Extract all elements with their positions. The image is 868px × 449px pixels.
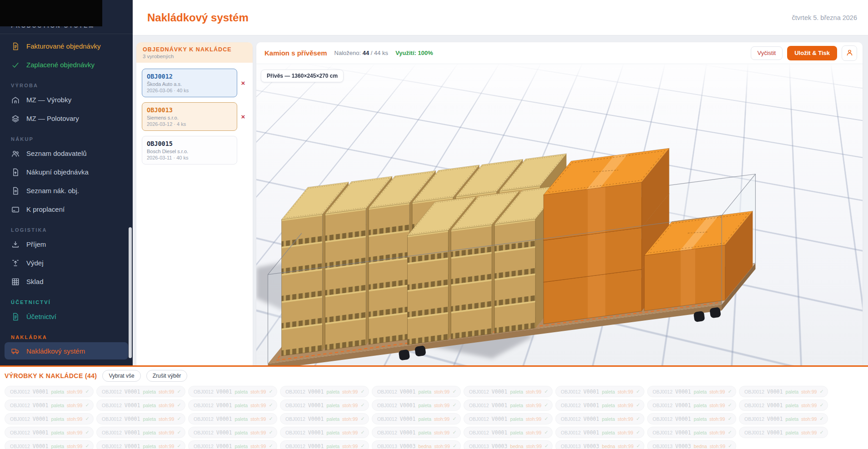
product-chip[interactable]: OBJ0012V0001paletastoh:99✓ — [647, 427, 736, 438]
remove-order-button[interactable]: × — [237, 79, 249, 87]
sidebar-item[interactable]: Nákupní objednávka — [0, 163, 133, 181]
chip-order: OBJ0012 — [194, 403, 214, 408]
product-chip[interactable]: OBJ0012V0001paletastoh:99✓ — [647, 399, 736, 411]
product-chip[interactable]: OBJ0012V0001paletastoh:99✓ — [372, 427, 461, 438]
products-bar: VÝROBKY K NAKLÁDCE (44) Vybrat vše Zruši… — [0, 365, 868, 449]
product-chip[interactable]: OBJ0013V0003bednastoh:99✓ — [372, 440, 461, 449]
product-chip[interactable]: OBJ0012V0001paletastoh:99✓ — [96, 440, 185, 449]
sidebar-item[interactable]: Sklad — [0, 272, 133, 291]
chip-code: V0003 — [400, 443, 416, 449]
product-chip[interactable]: OBJ0012V0001paletastoh:99✓ — [188, 427, 277, 438]
clear-selection-button[interactable]: Zrušit výběr — [146, 370, 188, 382]
product-chip[interactable]: OBJ0012V0001paletastoh:99✓ — [280, 427, 369, 438]
sidebar-item[interactable]: Fakturované objednávky — [0, 37, 133, 55]
product-chip[interactable]: OBJ0012V0001paletastoh:99✓ — [464, 399, 553, 411]
chip-code: V0001 — [308, 416, 324, 422]
order-card[interactable]: OBJ0012Škoda Auto a.s.2026-03-06 · 40 ks — [142, 69, 237, 97]
product-chip[interactable]: OBJ0012V0001paletastoh:99✓ — [188, 440, 277, 449]
sidebar-item[interactable]: Výdej — [0, 254, 133, 272]
chip-order: OBJ0013 — [469, 444, 489, 449]
chip-order: OBJ0012 — [10, 430, 30, 435]
product-chip[interactable]: OBJ0012V0001paletastoh:99✓ — [372, 386, 461, 397]
save-print-button[interactable]: Uložit & Tisk — [787, 46, 837, 60]
product-chip[interactable]: OBJ0012V0001paletastoh:99✓ — [739, 413, 828, 424]
product-chip[interactable]: OBJ0012V0001paletastoh:99✓ — [96, 399, 185, 411]
product-chip[interactable]: OBJ0012V0001paletastoh:99✓ — [5, 427, 94, 438]
product-chip[interactable]: OBJ0012V0001paletastoh:99✓ — [5, 440, 94, 449]
order-card[interactable]: OBJ0013Siemens s.r.o.2026-03-12 · 4 ks — [142, 102, 237, 131]
load-canvas-panel: Kamion s přívěsem Naloženo: 44 / 44 ks V… — [256, 42, 863, 365]
chip-check-icon: ✓ — [85, 389, 89, 394]
chip-stack: stoh:99 — [342, 403, 358, 408]
sidebar-item[interactable]: K proplacení — [0, 200, 133, 219]
product-chip[interactable]: OBJ0012V0001paletastoh:99✓ — [188, 386, 277, 397]
product-chip[interactable]: OBJ0013V0003bednastoh:99✓ — [555, 440, 644, 449]
sidebar-item-label: Příjem — [26, 240, 46, 248]
3d-viewport[interactable]: Přívěs — 1360×245×270 cm — [256, 64, 863, 365]
sidebar-item[interactable]: Nakládkový systém — [5, 342, 128, 359]
select-all-button[interactable]: Vybrat vše — [102, 370, 140, 382]
product-chip[interactable]: OBJ0012V0001paletastoh:99✓ — [5, 399, 94, 411]
chip-check-icon: ✓ — [269, 389, 273, 394]
product-chip[interactable]: OBJ0012V0001paletastoh:99✓ — [280, 440, 369, 449]
order-card[interactable]: OBJ0015Bosch Diesel s.r.o.2026-03-11 · 4… — [142, 136, 237, 165]
sidebar-item[interactable]: Příjem — [0, 235, 133, 254]
product-chip[interactable]: OBJ0012V0001paletastoh:99✓ — [739, 427, 828, 438]
product-chip[interactable]: OBJ0012V0001paletastoh:99✓ — [464, 413, 553, 424]
product-chip[interactable]: OBJ0013V0003bednastoh:99✓ — [464, 440, 553, 449]
chip-type: paleta — [785, 430, 798, 435]
chip-type: paleta — [510, 430, 523, 435]
suppliers-icon — [11, 149, 20, 158]
chip-stack: stoh:99 — [801, 416, 817, 422]
sidebar-item[interactable]: MZ — Polotovary — [0, 109, 133, 128]
sidebar-item[interactable]: MZ — Výrobky — [0, 90, 133, 109]
product-chip[interactable]: OBJ0012V0001paletastoh:99✓ — [372, 399, 461, 411]
chip-code: V0001 — [400, 402, 416, 409]
product-chip[interactable]: OBJ0012V0001paletastoh:99✓ — [188, 413, 277, 424]
product-chip[interactable]: OBJ0012V0001paletastoh:99✓ — [372, 413, 461, 424]
user-button[interactable] — [842, 45, 857, 61]
clear-button[interactable]: Vyčistit — [751, 46, 783, 60]
product-chip[interactable]: OBJ0012V0001paletastoh:99✓ — [96, 427, 185, 438]
chip-type: paleta — [234, 403, 248, 408]
product-chip[interactable]: OBJ0012V0001paletastoh:99✓ — [739, 399, 828, 411]
product-chip[interactable]: OBJ0013V0003bednastoh:99✓ — [647, 440, 736, 449]
product-chip[interactable]: OBJ0012V0001paletastoh:99✓ — [555, 413, 644, 424]
product-chip[interactable]: OBJ0012V0001paletastoh:99✓ — [5, 386, 94, 397]
chip-stack: stoh:99 — [159, 444, 174, 449]
product-chip[interactable]: OBJ0012V0001paletastoh:99✓ — [5, 413, 94, 424]
chip-code: V0001 — [216, 443, 232, 449]
product-chip[interactable]: OBJ0012V0001paletastoh:99✓ — [96, 413, 185, 424]
chip-code: V0001 — [492, 389, 508, 395]
product-chip[interactable]: OBJ0012V0001paletastoh:99✓ — [464, 427, 553, 438]
sidebar-item[interactable]: Účetnictví — [0, 307, 133, 326]
chip-type: paleta — [326, 430, 339, 435]
product-chip[interactable]: OBJ0012V0001paletastoh:99✓ — [464, 386, 553, 397]
order-company: Siemens s.r.o. — [147, 115, 232, 120]
product-chip[interactable]: OBJ0012V0001paletastoh:99✓ — [647, 413, 736, 424]
product-chip[interactable]: OBJ0012V0001paletastoh:99✓ — [555, 386, 644, 397]
product-chip[interactable]: OBJ0012V0001paletastoh:99✓ — [280, 399, 369, 411]
chip-order: OBJ0012 — [285, 430, 305, 435]
chip-order: OBJ0012 — [10, 389, 30, 394]
remove-order-button[interactable]: × — [237, 113, 249, 120]
sidebar-item[interactable]: Seznam dodavatelů — [0, 144, 133, 163]
chip-check-icon: ✓ — [728, 429, 732, 435]
product-chip[interactable]: OBJ0012V0001paletastoh:99✓ — [555, 427, 644, 438]
product-chip[interactable]: OBJ0012V0001paletastoh:99✓ — [280, 413, 369, 424]
product-chip[interactable]: OBJ0012V0001paletastoh:99✓ — [96, 386, 185, 397]
chip-stack: stoh:99 — [250, 416, 266, 422]
sidebar-item[interactable]: Seznam nák. obj. — [0, 181, 133, 200]
sidebar-scrollbar-thumb[interactable] — [129, 227, 132, 358]
chip-order: OBJ0012 — [285, 444, 305, 449]
chip-check-icon: ✓ — [544, 416, 548, 422]
product-chip[interactable]: OBJ0012V0001paletastoh:99✓ — [188, 399, 277, 411]
product-chip[interactable]: OBJ0012V0001paletastoh:99✓ — [739, 386, 828, 397]
product-chip[interactable]: OBJ0012V0001paletastoh:99✓ — [555, 399, 644, 411]
sidebar-item[interactable]: Zaplacené objednávky — [0, 55, 133, 74]
chip-check-icon: ✓ — [636, 443, 640, 449]
product-chip[interactable]: OBJ0012V0001paletastoh:99✓ — [280, 386, 369, 397]
chip-check-icon: ✓ — [452, 429, 456, 435]
chip-stack: stoh:99 — [250, 444, 266, 449]
product-chip[interactable]: OBJ0012V0001paletastoh:99✓ — [647, 386, 736, 397]
